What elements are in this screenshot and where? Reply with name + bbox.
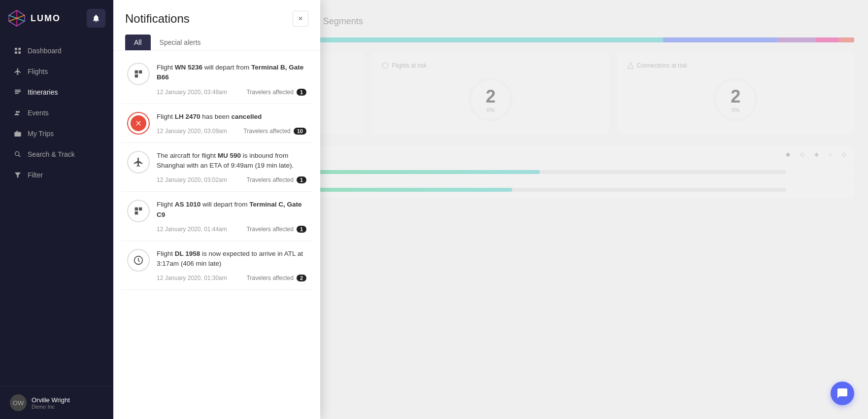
notif-timestamp: 12 January 2020, 03:02am	[157, 176, 227, 183]
notification-item: Flight WN 5236 will depart from Terminal…	[121, 55, 312, 104]
sidebar-item-dashboard[interactable]: Dashboard	[4, 40, 109, 61]
notif-content: Flight AS 1010 will depart from Terminal…	[157, 200, 306, 233]
notifications-header: Notifications ×	[113, 0, 320, 27]
travelers-count: 1	[297, 89, 306, 96]
travelers-affected: Travelers affected 2	[246, 275, 306, 281]
notif-text: Flight WN 5236 will depart from Terminal…	[157, 63, 306, 83]
notif-content: The aircraft for flight MU 590 is inboun…	[157, 151, 306, 184]
svg-line-15	[19, 155, 21, 157]
nav: Dashboard Flights Itineraries Events My …	[0, 36, 113, 386]
notifications-panel: Notifications × All Special alerts Fligh…	[113, 0, 320, 419]
svg-rect-8	[15, 90, 21, 91]
main-content: 2Flights 466Travelers 1,380Segments ! Mi…	[113, 0, 868, 419]
svg-point-11	[16, 111, 18, 113]
col-icon-2: ◇	[800, 151, 804, 158]
sidebar-item-filter[interactable]: Filter	[4, 165, 109, 185]
notif-icon-gate	[127, 200, 150, 222]
row-delay	[238, 170, 786, 174]
notification-item: Flight LH 2470 has been cancelled 12 Jan…	[121, 104, 312, 143]
user-company: Demo Inc	[32, 404, 70, 410]
close-notifications-button[interactable]: ×	[293, 11, 308, 27]
sidebar-item-label: My Trips	[28, 130, 54, 138]
svg-rect-24	[135, 70, 138, 73]
travelers-affected: Travelers affected 10	[243, 128, 306, 135]
notif-text: Flight AS 1010 will depart from Terminal…	[157, 200, 306, 220]
notif-content: Flight WN 5236 will depart from Terminal…	[157, 63, 306, 96]
flights-at-risk-pct: 0%	[486, 107, 496, 113]
connections-at-risk-label: Connections at risk	[637, 62, 687, 69]
notif-content: Flight LH 2470 has been cancelled 12 Jan…	[157, 112, 306, 135]
flights-at-risk-label: Flights at risk	[392, 62, 427, 69]
sidebar-item-flights[interactable]: Flights	[4, 61, 109, 82]
dash-4: -	[832, 168, 834, 175]
notif-text: Flight LH 2470 has been cancelled	[157, 112, 306, 122]
notif-content: Flight DL 1958 is now expected to arrive…	[157, 249, 306, 282]
travelers-count: 2	[297, 275, 306, 281]
svg-rect-29	[135, 211, 138, 214]
notif-meta: 12 January 2020, 03:48am Travelers affec…	[157, 89, 306, 96]
notification-item: Flight AS 1010 will depart from Terminal…	[121, 192, 312, 241]
sidebar-item-my-trips[interactable]: My Trips	[4, 123, 109, 144]
dash-1: -	[796, 186, 798, 193]
notif-timestamp: 12 January 2020, 01:30am	[157, 275, 227, 281]
travelers-affected: Travelers affected 1	[246, 226, 306, 233]
sidebar-item-label: Dashboard	[28, 47, 62, 55]
svg-rect-13	[14, 132, 21, 137]
flights-at-risk-card: Flights at risk 2 0%	[372, 52, 609, 134]
sidebar-item-label: Flights	[28, 68, 48, 75]
row-delay	[238, 188, 786, 192]
travelers-affected: Travelers affected 1	[246, 89, 306, 96]
user-name: Orville Wright	[32, 396, 70, 404]
svg-rect-28	[139, 208, 142, 210]
notif-icon-plane	[127, 151, 150, 174]
svg-rect-7	[18, 51, 21, 54]
dash-1: -	[796, 168, 798, 175]
svg-rect-6	[15, 51, 17, 54]
dash-3: -	[820, 168, 822, 175]
sidebar-item-label: Search & Track	[28, 150, 75, 158]
app-name: LUMO	[31, 13, 61, 24]
notif-meta: 12 January 2020, 03:09am Travelers affec…	[157, 128, 306, 135]
dash-2: -	[808, 186, 810, 193]
notif-text: Flight DL 1958 is now expected to arrive…	[157, 249, 306, 269]
sidebar-item-search-track[interactable]: Search & Track	[4, 144, 109, 165]
notif-icon-delay	[127, 249, 150, 272]
travelers-affected: Travelers affected 1	[246, 176, 306, 183]
col-icon-4: ○	[829, 151, 832, 158]
tab-special-alerts[interactable]: Special alerts	[151, 35, 210, 50]
svg-rect-26	[135, 74, 138, 77]
svg-rect-4	[15, 48, 17, 50]
dash-3: -	[820, 186, 822, 193]
connections-at-risk-value: 2	[731, 86, 740, 107]
notif-meta: 12 January 2020, 01:44am Travelers affec…	[157, 226, 306, 233]
flights-at-risk-value: 2	[486, 86, 496, 107]
col-icon-1: ◆	[786, 151, 790, 158]
svg-rect-25	[139, 70, 142, 73]
col-icon-3: ◈	[814, 151, 819, 158]
notifications-title: Notifications	[125, 12, 190, 26]
sidebar-item-events[interactable]: Events	[4, 103, 109, 123]
travelers-count: 10	[294, 128, 306, 135]
dash-5: -	[844, 168, 846, 175]
sidebar-item-itineraries[interactable]: Itineraries	[4, 82, 109, 103]
svg-point-14	[15, 152, 19, 156]
avatar: OW	[10, 394, 27, 411]
dash-5: -	[844, 186, 846, 193]
svg-point-12	[18, 111, 20, 113]
connections-at-risk-card: Connections at risk 2 0%	[617, 52, 854, 134]
notif-timestamp: 12 January 2020, 01:44am	[157, 226, 227, 233]
notif-meta: 12 January 2020, 03:02am Travelers affec…	[157, 176, 306, 183]
svg-rect-10	[15, 93, 19, 94]
notification-item: Flight DL 1958 is now expected to arrive…	[121, 241, 312, 290]
travelers-count: 1	[297, 226, 306, 233]
notif-icon-cancelled	[127, 112, 150, 135]
notif-timestamp: 12 January 2020, 03:09am	[157, 128, 227, 135]
svg-rect-27	[135, 208, 138, 210]
notifications-button[interactable]	[87, 9, 105, 28]
logo-icon	[8, 9, 26, 27]
notif-timestamp: 12 January 2020, 03:48am	[157, 89, 227, 96]
user-profile-area: OW Orville Wright Demo Inc	[0, 386, 113, 419]
col-icon-5: ◇	[842, 151, 846, 158]
chat-button[interactable]	[831, 382, 854, 405]
tab-all[interactable]: All	[125, 35, 151, 50]
